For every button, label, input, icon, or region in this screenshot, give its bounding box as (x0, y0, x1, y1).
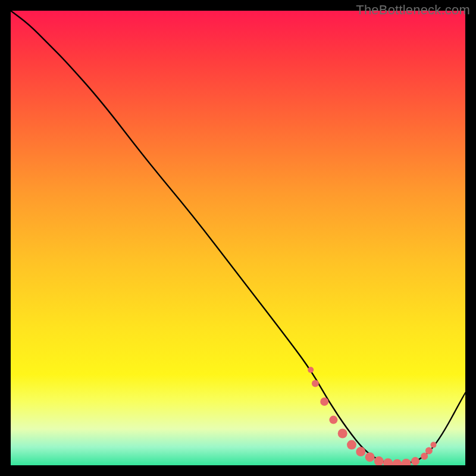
highlight-dot (338, 429, 347, 439)
highlight-dot (312, 380, 319, 387)
highlight-dot (356, 447, 365, 456)
highlight-dots (11, 11, 465, 465)
highlight-dot (392, 459, 402, 465)
highlight-dot (308, 367, 314, 373)
highlight-dot (411, 457, 419, 465)
highlight-dot (374, 456, 384, 465)
highlight-dot (431, 442, 437, 448)
highlight-dot (329, 416, 337, 424)
watermark-text: TheBottleneck.com (356, 2, 470, 18)
highlight-dot (347, 440, 356, 450)
highlight-dot (425, 447, 433, 455)
highlight-dot (320, 397, 328, 406)
highlight-dot (402, 459, 411, 465)
highlight-dot (365, 452, 375, 462)
highlight-dot (383, 458, 393, 465)
chart-area (11, 11, 465, 465)
highlight-dot (421, 453, 428, 460)
